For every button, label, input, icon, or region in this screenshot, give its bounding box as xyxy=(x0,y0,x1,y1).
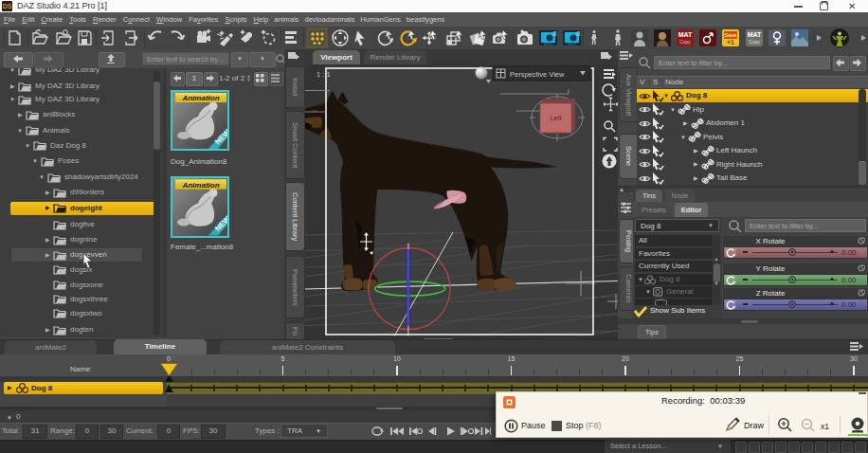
svg-text:Animation: Animation xyxy=(181,94,219,102)
svg-text:NEW: NEW xyxy=(213,214,227,233)
svg-text:MAT: MAT xyxy=(748,31,762,38)
svg-text:8: 8 xyxy=(576,29,581,38)
svg-text:+1: +1 xyxy=(727,39,734,45)
svg-text:1 : 1: 1 : 1 xyxy=(316,70,331,79)
svg-text:Copy: Copy xyxy=(679,39,691,45)
svg-text:MAT: MAT xyxy=(678,31,693,38)
svg-text:Copy: Copy xyxy=(749,39,760,45)
svg-text:Perspective View: Perspective View xyxy=(510,70,565,79)
svg-text:NEW: NEW xyxy=(213,128,227,147)
svg-text:Animation: Animation xyxy=(181,181,219,190)
svg-text:Left: Left xyxy=(551,115,562,121)
svg-text:Save: Save xyxy=(725,32,737,38)
svg-text:8: 8 xyxy=(552,29,557,38)
